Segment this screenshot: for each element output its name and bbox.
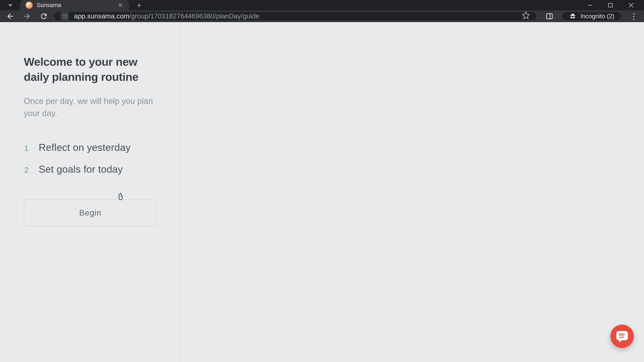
back-button[interactable]: [4, 10, 17, 23]
kebab-menu-icon[interactable]: ⋮: [627, 10, 640, 23]
step-label: Set goals for today: [38, 163, 123, 175]
new-tab-button[interactable]: +: [137, 0, 142, 10]
page-content: Welcome to your new daily planning routi…: [0, 22, 644, 362]
step-number: 1: [24, 144, 29, 153]
list-item: 2 Set goals for today: [24, 163, 157, 175]
sunsama-favicon: [26, 2, 33, 9]
forward-button[interactable]: [21, 10, 34, 23]
svg-point-5: [66, 17, 67, 18]
svg-rect-1: [608, 3, 612, 7]
browser-chrome: Sunsama ✕ + app: [0, 0, 644, 22]
close-window-button[interactable]: [621, 0, 642, 10]
tab-title: Sunsama: [36, 2, 114, 8]
guide-sidebar: Welcome to your new daily planning routi…: [0, 22, 181, 362]
reload-button[interactable]: [38, 10, 50, 23]
browser-toolbar: app.sunsama.com/group/17031827644696380/…: [0, 10, 644, 22]
intercom-chat-button[interactable]: [610, 325, 634, 348]
address-bar[interactable]: app.sunsama.com/group/17031827644696380/…: [54, 12, 537, 20]
begin-button[interactable]: Begin: [24, 199, 157, 226]
minimize-button[interactable]: [580, 0, 600, 10]
bookmark-star-icon[interactable]: [522, 11, 530, 21]
side-panel-icon[interactable]: [543, 10, 556, 23]
close-icon[interactable]: ✕: [118, 1, 123, 9]
svg-rect-6: [546, 13, 552, 19]
chat-icon: [616, 330, 628, 343]
list-item: 1 Reflect on yesterday: [24, 142, 157, 153]
browser-tab[interactable]: Sunsama ✕: [20, 0, 129, 10]
incognito-label: Incognito (2): [580, 13, 614, 20]
step-label: Reflect on yesterday: [38, 142, 130, 153]
steps-list: 1 Reflect on yesterday 2 Set goals for t…: [24, 142, 157, 175]
tab-strip: Sunsama ✕ +: [0, 0, 644, 10]
page-title: Welcome to your new daily planning routi…: [24, 54, 157, 85]
incognito-indicator[interactable]: Incognito (2): [562, 12, 621, 20]
window-controls: [580, 0, 644, 10]
svg-point-4: [66, 15, 67, 16]
maximize-button[interactable]: [600, 0, 621, 10]
tab-search-dropdown[interactable]: [2, 0, 18, 10]
page-subtitle: Once per day, we will help you plan your…: [24, 95, 157, 120]
site-settings-icon[interactable]: [60, 12, 69, 20]
step-number: 2: [24, 165, 29, 174]
url-text: app.sunsama.com/group/17031827644696380/…: [74, 12, 517, 20]
main-area: [181, 22, 644, 362]
